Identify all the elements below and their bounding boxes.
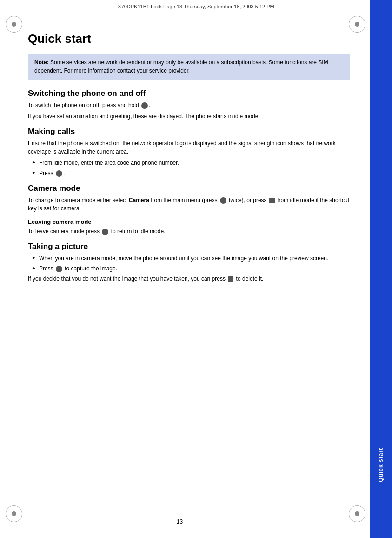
bullet-press-capture-text: Press to capture the image. xyxy=(39,264,117,273)
heading-camera-mode: Camera mode xyxy=(28,184,350,193)
section-taking-picture: Taking a picture ► When you are in camer… xyxy=(28,242,350,283)
camera-mode-para-1: To change to camera mode either select C… xyxy=(28,196,350,213)
header-bar: X70DPK11B1.book Page 13 Thursday, Septem… xyxy=(0,0,392,13)
bullet-arrow-icon-4: ► xyxy=(32,265,36,270)
capture-icon xyxy=(56,266,62,272)
section-making-calls: Making calls Ensure that the phone is sw… xyxy=(28,127,350,177)
power-icon xyxy=(141,102,148,109)
page-number: 13 xyxy=(0,518,359,525)
section-switching: Switching the phone on and off To switch… xyxy=(28,89,350,121)
heading-making-calls: Making calls xyxy=(28,127,350,136)
note-text: Some services are network dependent or m… xyxy=(34,59,328,74)
switching-para-2: If you have set an animation and greetin… xyxy=(28,112,350,121)
note-box: Note: Some services are network dependen… xyxy=(28,54,350,80)
leaving-camera-para: To leave camera mode press to return to … xyxy=(28,227,350,235)
page-title: Quick start xyxy=(28,32,350,46)
delete-icon xyxy=(228,276,233,282)
bullet-idle-text: From idle mode, enter the area code and … xyxy=(39,159,179,167)
section-camera-mode: Camera mode To change to camera mode eit… xyxy=(28,184,350,235)
call-button-icon xyxy=(56,170,62,177)
corner-decoration-tl xyxy=(5,15,23,34)
header-text: X70DPK11B1.book Page 13 Thursday, Septem… xyxy=(118,4,274,9)
main-content: Quick start Note: Some services are netw… xyxy=(23,13,359,515)
shortcut-icon xyxy=(269,198,275,203)
heading-switching: Switching the phone on and off xyxy=(28,89,350,98)
sub-heading-leaving-camera: Leaving camera mode xyxy=(28,218,350,225)
taking-picture-trailing: If you decide that you do not want the i… xyxy=(28,275,350,283)
bullet-camera-move-text: When you are in camera mode, move the ph… xyxy=(39,254,328,262)
bullet-press-text: Press . xyxy=(39,169,65,177)
bullet-press-capture: ► Press to capture the image. xyxy=(28,264,350,273)
bullet-camera-move: ► When you are in camera mode, move the … xyxy=(28,254,350,262)
bullet-arrow-icon-2: ► xyxy=(32,170,36,175)
menu-icon xyxy=(220,197,226,204)
making-calls-para-1: Ensure that the phone is switched on, th… xyxy=(28,139,350,156)
right-tab: Quick start xyxy=(370,0,392,538)
bullet-arrow-icon: ► xyxy=(32,160,36,165)
bullet-idle-mode: ► From idle mode, enter the area code an… xyxy=(28,159,350,167)
right-tab-label: Quick start xyxy=(378,448,384,482)
leave-camera-icon xyxy=(102,229,108,235)
heading-taking-picture: Taking a picture xyxy=(28,242,350,251)
camera-bold: Camera xyxy=(129,197,149,203)
note-label: Note: xyxy=(34,59,49,66)
bullet-arrow-icon-3: ► xyxy=(32,255,36,260)
switching-para-1: To switch the phone on or off, press and… xyxy=(28,101,350,109)
bullet-press-call: ► Press . xyxy=(28,169,350,177)
